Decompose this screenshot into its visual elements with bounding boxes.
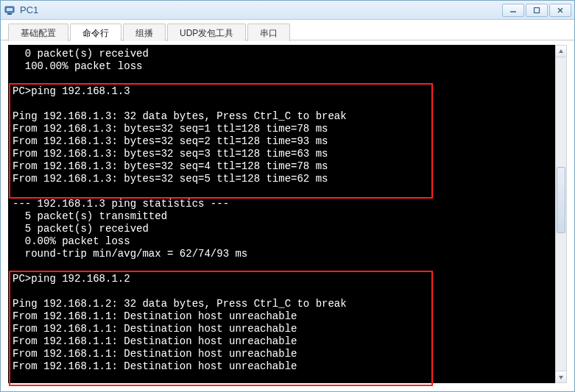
svg-rect-1 [7, 8, 13, 11]
tab-multicast[interactable]: 组播 [123, 24, 166, 41]
tab-udp-tool[interactable]: UDP发包工具 [167, 24, 246, 41]
titlebar: PC1 [1, 1, 574, 20]
scroll-thumb[interactable] [557, 167, 565, 233]
maximize-button[interactable] [526, 4, 548, 17]
terminal-wrap: 0 packet(s) received 100.00% packet loss… [1, 40, 574, 391]
tabbar: 基础配置 命令行 组播 UDP发包工具 串口 [1, 20, 574, 40]
svg-rect-4 [535, 7, 540, 13]
tab-serial[interactable]: 串口 [247, 24, 290, 41]
scroll-track[interactable] [556, 57, 566, 371]
svg-marker-8 [559, 376, 563, 379]
scrollbar[interactable] [555, 45, 567, 383]
window-controls [501, 4, 571, 17]
minimize-button[interactable] [502, 4, 524, 17]
tab-command-line[interactable]: 命令行 [70, 24, 121, 41]
terminal-output[interactable]: 0 packet(s) received 100.00% packet loss… [8, 45, 567, 383]
scroll-down-button[interactable] [556, 371, 566, 382]
scroll-up-button[interactable] [556, 46, 566, 57]
app-icon [4, 4, 15, 16]
window-title: PC1 [20, 4, 501, 15]
close-button[interactable] [549, 4, 571, 17]
tab-basic-config[interactable]: 基础配置 [8, 24, 68, 41]
svg-rect-2 [7, 13, 12, 15]
svg-marker-7 [559, 49, 563, 53]
